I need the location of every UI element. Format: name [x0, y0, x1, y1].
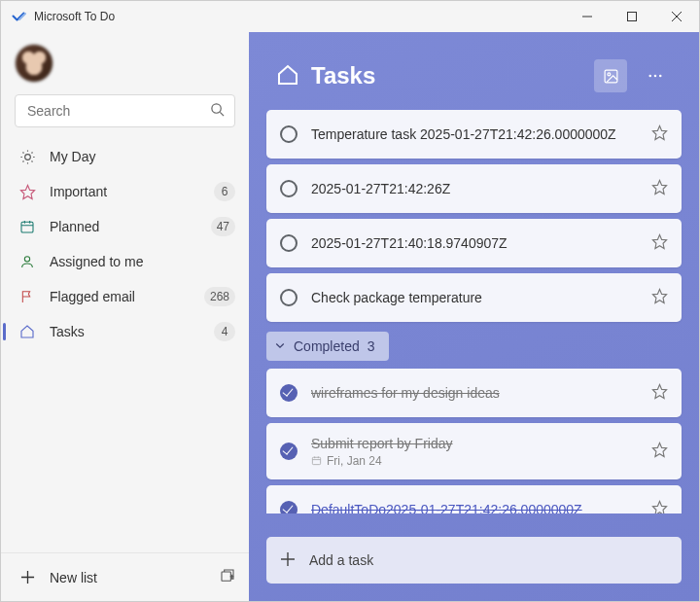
task-row[interactable]: Check package temperature [266, 273, 682, 322]
window-title: Microsoft To Do [34, 10, 115, 23]
svg-marker-18 [652, 443, 666, 456]
add-task-label: Add a task [309, 552, 373, 568]
new-list-button[interactable]: New list [50, 570, 206, 585]
home-icon [276, 63, 299, 89]
sidebar-item-label: Important [50, 184, 200, 199]
task-title: Submit report by Friday [311, 436, 638, 451]
task-due-date: Fri, Jan 24 [311, 454, 638, 468]
task-row[interactable]: wireframes for my design ideas [266, 369, 682, 417]
svg-marker-15 [652, 289, 666, 302]
complete-circle[interactable] [280, 289, 298, 306]
svg-marker-3 [20, 185, 34, 198]
completed-check-icon[interactable] [280, 443, 298, 460]
svg-marker-13 [652, 180, 666, 194]
sidebar-item-label: Flagged email [50, 289, 191, 304]
task-title: Check package temperature [311, 290, 638, 305]
sidebar-item-planned[interactable]: Planned 47 [1, 209, 249, 244]
app-icon [11, 9, 34, 24]
calendar-icon [18, 219, 36, 234]
svg-point-8 [607, 72, 610, 75]
more-options-button[interactable] [639, 59, 672, 92]
completed-label: Completed [294, 338, 360, 354]
svg-point-11 [659, 75, 662, 78]
search-icon [210, 102, 225, 120]
sidebar-item-label: Tasks [50, 324, 200, 339]
complete-circle[interactable] [280, 234, 298, 252]
task-title: Temperature task 2025-01-27T21:42:26.000… [311, 126, 638, 142]
minimize-button[interactable] [565, 1, 610, 32]
star-icon[interactable] [651, 124, 668, 144]
sidebar-item-tasks[interactable]: Tasks 4 [1, 314, 249, 349]
svg-marker-16 [652, 384, 666, 398]
task-title: 2025-01-27T21:42:26Z [311, 181, 638, 196]
completed-check-icon[interactable] [280, 384, 298, 402]
complete-circle[interactable] [280, 180, 298, 197]
sidebar-item-assigned[interactable]: Assigned to me [1, 244, 249, 279]
task-title: wireframes for my design ideas [311, 385, 638, 401]
home-icon [18, 324, 36, 339]
svg-marker-19 [652, 501, 666, 513]
add-task-input[interactable]: Add a task [266, 537, 682, 584]
sidebar-item-count: 4 [214, 322, 235, 341]
star-icon[interactable] [651, 383, 668, 403]
new-group-icon[interactable] [220, 568, 235, 586]
person-icon [18, 254, 36, 269]
window-controls [565, 1, 699, 32]
svg-marker-12 [652, 125, 666, 139]
star-icon[interactable] [651, 442, 668, 461]
flag-icon [18, 289, 36, 304]
sidebar: My Day Important 6 Planned 47 [1, 32, 249, 601]
task-title: 2025-01-27T21:40:18.9740907Z [311, 235, 638, 251]
plus-icon [280, 551, 296, 570]
completed-toggle[interactable]: Completed 3 [266, 332, 389, 361]
sidebar-item-label: Planned [50, 219, 197, 234]
maximize-button[interactable] [610, 1, 654, 32]
sidebar-item-count: 47 [211, 217, 235, 236]
main-header: Tasks [249, 32, 699, 110]
svg-point-2 [24, 154, 30, 159]
chevron-down-icon [274, 338, 286, 354]
task-row[interactable]: 2025-01-27T21:42:26Z [266, 164, 682, 213]
sidebar-item-myday[interactable]: My Day [1, 139, 249, 174]
star-icon [18, 184, 36, 200]
title-bar: Microsoft To Do [1, 1, 699, 32]
page-title: Tasks [311, 62, 375, 89]
svg-point-1 [212, 104, 221, 113]
svg-rect-6 [222, 572, 230, 581]
star-icon[interactable] [651, 288, 668, 307]
task-row[interactable]: Temperature task 2025-01-27T21:42:26.000… [266, 110, 682, 159]
svg-rect-4 [21, 222, 33, 232]
sun-icon [18, 149, 36, 165]
task-title: DefaultToDo2025-01-27T21:42:26.0000000Z [311, 502, 638, 513]
sidebar-item-count: 6 [214, 182, 235, 201]
svg-point-10 [654, 75, 657, 78]
task-row[interactable]: Submit report by Friday Fri, Jan 24 [266, 423, 682, 479]
completed-count: 3 [368, 338, 375, 354]
sidebar-item-label: My Day [50, 149, 235, 164]
star-icon[interactable] [651, 500, 668, 513]
svg-point-5 [24, 257, 29, 262]
star-icon[interactable] [651, 179, 668, 198]
theme-button[interactable] [594, 59, 627, 92]
sidebar-item-count: 268 [204, 287, 235, 306]
sidebar-item-important[interactable]: Important 6 [1, 174, 249, 209]
sidebar-footer: New list [1, 552, 249, 601]
avatar[interactable] [15, 44, 53, 83]
svg-marker-14 [652, 234, 666, 248]
task-row[interactable]: 2025-01-27T21:40:18.9740907Z [266, 219, 682, 267]
completed-check-icon[interactable] [280, 501, 298, 513]
sidebar-item-flagged[interactable]: Flagged email 268 [1, 279, 249, 314]
complete-circle[interactable] [280, 125, 298, 143]
tasks-list: Temperature task 2025-01-27T21:42:26.000… [249, 110, 699, 513]
nav-list: My Day Important 6 Planned 47 [1, 139, 249, 349]
svg-point-9 [648, 75, 651, 78]
star-icon[interactable] [651, 233, 668, 253]
task-row[interactable]: DefaultToDo2025-01-27T21:42:26.0000000Z [266, 485, 682, 513]
plus-icon [18, 570, 36, 584]
search-box[interactable] [15, 94, 235, 127]
svg-rect-7 [605, 70, 617, 83]
sidebar-item-label: Assigned to me [50, 254, 235, 269]
svg-rect-0 [628, 13, 637, 21]
close-button[interactable] [654, 1, 699, 32]
search-input[interactable] [25, 102, 210, 120]
